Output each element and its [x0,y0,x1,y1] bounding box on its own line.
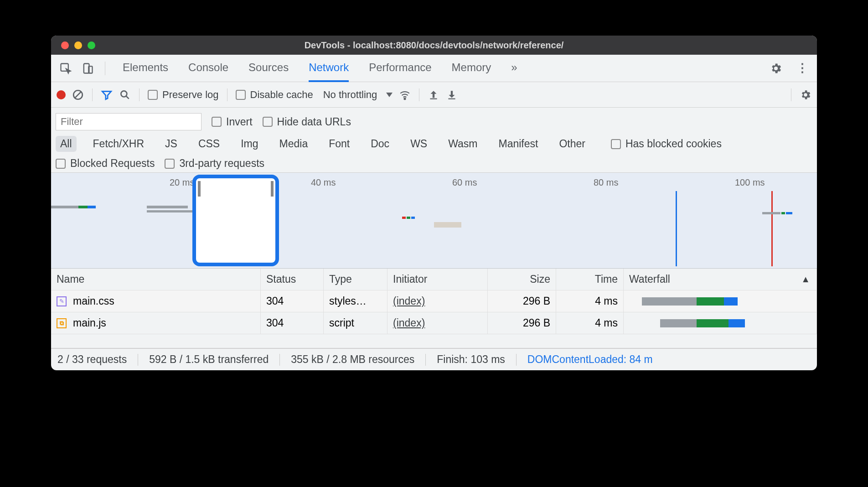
overview-selection[interactable] [192,175,279,266]
request-waterfall [624,290,817,312]
script-icon: ⧉ [57,318,67,328]
network-toolbar: Preserve log Disable cache No throttling [51,82,817,108]
col-name[interactable]: Name [51,269,261,290]
network-conditions-icon[interactable] [399,89,411,101]
svg-point-7 [404,98,406,99]
tab-console[interactable]: Console [188,55,228,82]
overview-tick: 100 ms [735,177,765,188]
request-type: styles… [324,290,388,312]
maximize-window-button[interactable] [88,41,95,49]
filter-type-doc[interactable]: Doc [366,136,394,152]
svg-line-4 [74,91,81,98]
hide-data-urls-checkbox[interactable]: Hide data URLs [263,116,351,128]
request-size: 296 B [488,312,556,334]
tab-overflow[interactable]: » [511,55,517,82]
filter-type-fetchxhr[interactable]: Fetch/XHR [88,136,149,152]
table-row[interactable]: ✎ main.css 304 styles… (index) 296 B 4 m… [51,290,817,312]
overview-tick: 80 ms [594,177,618,188]
inspect-icon[interactable] [59,62,72,75]
overview-bar [402,217,406,219]
status-transferred: 592 B / 1.5 kB transferred [149,353,269,366]
import-har-icon[interactable] [428,89,439,101]
traffic-lights [51,41,95,49]
stylesheet-icon: ✎ [57,296,67,306]
filter-type-other[interactable]: Other [554,136,590,152]
request-time: 4 ms [556,312,624,334]
svg-rect-9 [449,98,455,99]
blocked-requests-checkbox[interactable]: Blocked Requests [56,157,155,170]
panel-tabs: Elements Console Sources Network Perform… [123,55,765,82]
overview-bar [411,217,415,219]
has-blocked-cookies-checkbox[interactable]: Has blocked cookies [611,138,722,150]
overview-bar [434,222,461,228]
overview-bar [762,212,780,214]
filter-type-manifest[interactable]: Manifest [494,136,543,152]
tab-memory[interactable]: Memory [452,55,491,82]
preserve-log-checkbox[interactable]: Preserve log [148,89,219,101]
more-icon[interactable]: ⋮ [796,62,809,75]
filter-bar: Invert Hide data URLs All Fetch/XHR JS C… [51,108,817,173]
status-domcontentloaded: DOMContentLoaded: 84 m [527,353,653,366]
window-title: DevTools - localhost:8080/docs/devtools/… [51,40,817,51]
request-name: main.js [73,317,106,329]
overview-tick: 60 ms [452,177,477,188]
throttling-select[interactable]: No throttling [323,89,393,101]
filter-type-js[interactable]: JS [160,136,182,152]
svg-rect-8 [430,98,437,99]
devtools-window: DevTools - localhost:8080/docs/devtools/… [51,36,817,370]
filter-type-ws[interactable]: WS [406,136,432,152]
status-requests: 2 / 33 requests [57,353,127,366]
filter-type-font[interactable]: Font [324,136,354,152]
filter-type-img[interactable]: Img [236,136,263,152]
filter-type-css[interactable]: CSS [194,136,224,152]
tab-performance[interactable]: Performance [369,55,431,82]
filter-input[interactable] [56,113,202,130]
export-har-icon[interactable] [446,89,458,101]
request-initiator[interactable]: (index) [393,317,425,329]
dcl-marker [676,191,677,266]
request-waterfall [624,312,817,334]
overview-selection-handle-right[interactable] [271,181,274,197]
filter-type-media[interactable]: Media [275,136,313,152]
col-time[interactable]: Time [556,269,624,290]
overview-bar [51,206,78,208]
search-icon[interactable] [119,89,131,101]
col-initiator[interactable]: Initiator [388,269,488,290]
close-window-button[interactable] [61,41,69,49]
filter-type-wasm[interactable]: Wasm [444,136,482,152]
separator [105,62,105,75]
overview-bar [781,212,785,214]
tab-network[interactable]: Network [309,55,349,82]
col-waterfall[interactable]: Waterfall ▲ [624,269,817,290]
settings-icon[interactable] [770,62,782,75]
clear-icon[interactable] [72,89,84,101]
record-button[interactable] [57,90,66,99]
col-status[interactable]: Status [261,269,324,290]
filter-icon[interactable] [101,89,113,101]
col-type[interactable]: Type [324,269,388,290]
overview-bar [407,217,410,219]
throttling-value: No throttling [323,89,377,101]
overview-selection-handle-left[interactable] [198,181,201,197]
overview-timeline[interactable]: 20 ms 40 ms 60 ms 80 ms 100 ms [51,173,817,269]
invert-checkbox[interactable]: Invert [212,116,253,128]
minimize-window-button[interactable] [74,41,82,49]
requests-table-header: Name Status Type Initiator Size Time Wat… [51,269,817,290]
tab-elements[interactable]: Elements [123,55,168,82]
disable-cache-label: Disable cache [250,89,313,101]
filter-type-all[interactable]: All [56,136,77,152]
request-status: 304 [261,290,324,312]
third-party-checkbox[interactable]: 3rd-party requests [165,157,264,170]
request-initiator[interactable]: (index) [393,295,425,307]
device-toolbar-icon[interactable] [81,62,94,75]
table-row[interactable]: ⧉ main.js 304 script (index) 296 B 4 ms [51,312,817,334]
titlebar: DevTools - localhost:8080/docs/devtools/… [51,36,817,55]
overview-bar [88,206,96,208]
col-size[interactable]: Size [488,269,556,290]
disable-cache-checkbox[interactable]: Disable cache [236,89,313,101]
sort-indicator-icon: ▲ [801,274,810,285]
request-status: 304 [261,312,324,334]
tab-sources[interactable]: Sources [248,55,289,82]
chevron-down-icon [386,93,393,97]
network-settings-icon[interactable] [800,89,811,101]
